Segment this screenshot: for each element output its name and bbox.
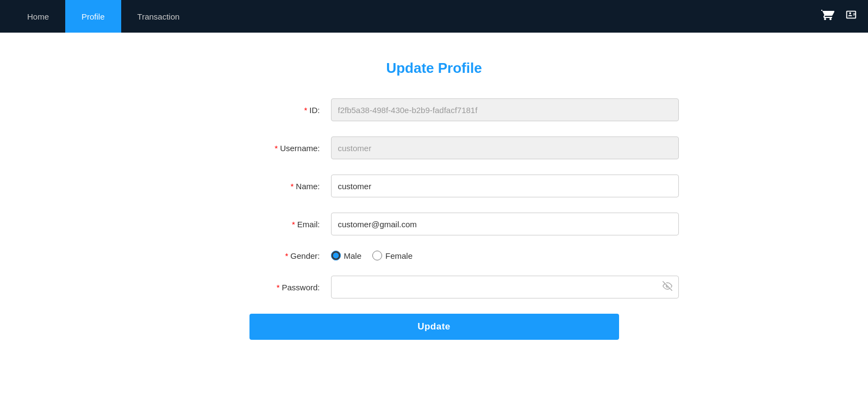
id-required-star: * <box>304 105 307 115</box>
email-required-star: * <box>292 220 295 229</box>
email-row: *Email: <box>190 213 679 235</box>
nav-item-transaction[interactable]: Transaction <box>121 0 196 33</box>
gender-female-option[interactable]: Female <box>372 251 413 260</box>
password-wrapper <box>331 276 679 298</box>
gender-label: *Gender: <box>190 251 331 260</box>
main-content: Update Profile *ID: *Username: *Name: <box>135 33 733 367</box>
username-label: *Username: <box>190 144 331 153</box>
gender-male-label: Male <box>344 251 362 260</box>
page-title: Update Profile <box>146 60 722 77</box>
password-label: *Password: <box>190 283 331 292</box>
gender-male-option[interactable]: Male <box>331 251 362 260</box>
name-row: *Name: <box>190 175 679 197</box>
update-button[interactable]: Update <box>249 314 619 340</box>
name-input[interactable] <box>331 175 679 197</box>
username-input <box>331 136 679 159</box>
nav-item-home[interactable]: Home <box>11 0 65 33</box>
id-input <box>331 98 679 121</box>
gender-row: *Gender: Male Female <box>190 251 679 260</box>
gender-male-radio[interactable] <box>331 251 341 260</box>
id-row: *ID: <box>190 98 679 121</box>
gender-group: Male Female <box>331 251 413 260</box>
password-input[interactable] <box>331 276 679 298</box>
nav-links: Home Profile Transaction <box>11 0 196 33</box>
gender-female-radio[interactable] <box>372 251 382 260</box>
nav-item-profile[interactable]: Profile <box>65 0 121 33</box>
email-input[interactable] <box>331 213 679 235</box>
name-required-star: * <box>290 182 294 191</box>
cart-icon[interactable] <box>821 8 834 24</box>
navbar: Home Profile Transaction <box>0 0 868 33</box>
username-required-star: * <box>274 144 278 153</box>
email-label: *Email: <box>190 220 331 229</box>
username-row: *Username: <box>190 136 679 159</box>
nav-right-icons <box>821 8 857 24</box>
gender-required-star: * <box>285 251 288 260</box>
password-row: *Password: <box>190 276 679 298</box>
password-required-star: * <box>277 283 280 292</box>
id-label: *ID: <box>190 105 331 115</box>
user-card-icon[interactable] <box>845 9 857 24</box>
gender-female-label: Female <box>385 251 413 260</box>
eye-icon[interactable] <box>663 281 672 293</box>
name-label: *Name: <box>190 182 331 191</box>
update-profile-form: *ID: *Username: *Name: *Email: <box>190 98 679 340</box>
